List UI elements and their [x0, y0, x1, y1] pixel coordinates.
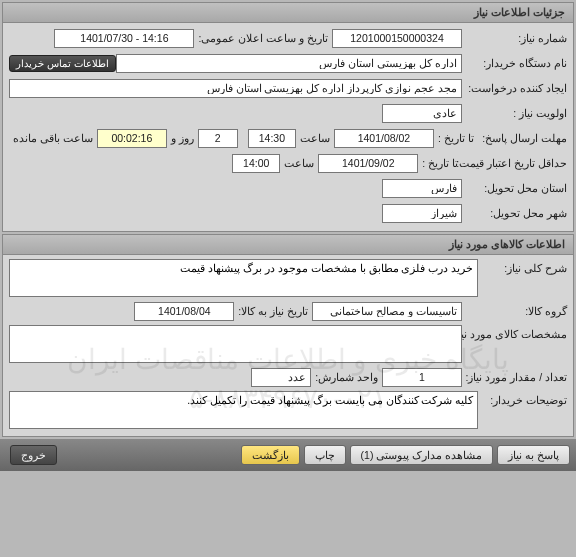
hour-label-1: ساعت [296, 132, 334, 144]
hour-label-2: ساعت [280, 157, 318, 169]
print-button[interactable]: چاپ [304, 445, 346, 465]
goods-info-panel: اطلاعات کالاهای مورد نیاز شرح کلی نیاز: … [2, 234, 574, 437]
panel2-title: اطلاعات کالاهای مورد نیاز [3, 235, 573, 255]
deadline-time-field [248, 129, 296, 148]
announce-label: تاریخ و ساعت اعلان عمومی: [194, 32, 332, 44]
qty-field [382, 368, 462, 387]
validity-label: حداقل تاریخ اعتبار قیمت: [462, 157, 567, 169]
group-field [312, 302, 462, 321]
desc-label: شرح کلی نیاز: [478, 259, 567, 274]
to-date-label: تا تاریخ : [434, 132, 478, 144]
action-bar: پاسخ به نیاز مشاهده مدارک پیوستی (1) چاپ… [0, 439, 576, 471]
notes-label: توضیحات خریدار: [478, 391, 567, 406]
panel1-title: جزئیات اطلاعات نیاز [3, 3, 573, 23]
announce-field [54, 29, 194, 48]
validity-date-field [318, 154, 418, 173]
province-label: استان محل تحویل: [462, 182, 567, 194]
priority-field [382, 104, 462, 123]
time-remaining-label: ساعت باقی مانده [9, 132, 97, 144]
group-label: گروه کالا: [462, 305, 567, 317]
unit-label: واحد شمارش: [311, 371, 382, 383]
buyer-org-field [116, 54, 462, 73]
exit-button[interactable]: خروج [10, 445, 57, 465]
desc-field [9, 259, 478, 297]
buyer-org-label: نام دستگاه خریدار: [462, 57, 567, 69]
qty-label: تعداد / مقدار مورد نیاز: [462, 371, 567, 383]
need-details-panel: جزئیات اطلاعات نیاز شماره نیاز: تاریخ و … [2, 2, 574, 232]
buyer-contact-button[interactable]: اطلاعات تماس خریدار [9, 55, 116, 72]
spec-field [9, 325, 462, 363]
validity-time-field [232, 154, 280, 173]
province-field [382, 179, 462, 198]
unit-field [251, 368, 311, 387]
priority-label: اولویت نیاز : [462, 107, 567, 119]
creator-field [9, 79, 462, 98]
time-remaining-field [97, 129, 167, 148]
attachments-button[interactable]: مشاهده مدارک پیوستی (1) [350, 445, 494, 465]
back-button[interactable]: بازگشت [241, 445, 300, 465]
notes-field [9, 391, 478, 429]
days-and-label: روز و [167, 132, 198, 144]
to-date-label-2: تا تاریخ : [418, 157, 462, 169]
city-field [382, 204, 462, 223]
creator-label: ایجاد کننده درخواست: [462, 82, 567, 94]
request-number-label: شماره نیاز: [462, 32, 567, 44]
need-date-label: تاریخ نیاز به کالا: [234, 305, 312, 317]
reply-button[interactable]: پاسخ به نیاز [497, 445, 570, 465]
deadline-label: مهلت ارسال پاسخ: [478, 132, 567, 144]
city-label: شهر محل تحویل: [462, 207, 567, 219]
spec-label: مشخصات کالای مورد نیاز: [462, 325, 567, 340]
days-remaining-field [198, 129, 238, 148]
request-number-field [332, 29, 462, 48]
need-date-field [134, 302, 234, 321]
deadline-date-field [334, 129, 434, 148]
